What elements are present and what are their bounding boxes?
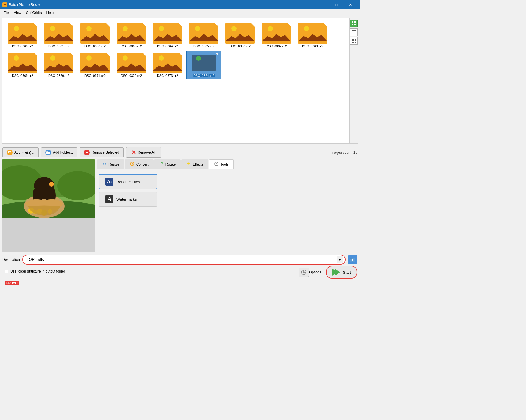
file-grid: DSC_0360.cr2 DSC_0361.cr2	[2, 18, 349, 143]
file-item[interactable]: DSC_0371.cr2	[77, 51, 113, 79]
svg-rect-23	[46, 151, 48, 152]
tab-effects[interactable]: Effects	[181, 159, 208, 169]
folder-structure-label: Use folder structure in output folder	[10, 269, 65, 273]
add-files-button[interactable]: Add File(s)...	[2, 147, 39, 157]
minimize-button[interactable]: ─	[316, 0, 329, 9]
file-item[interactable]: DSC_0372.cr2	[114, 51, 149, 79]
file-item[interactable]: DSC_0370.cr2	[41, 51, 76, 79]
rotate-tab-icon	[159, 162, 164, 167]
promo-row: PROMO	[0, 281, 360, 286]
file-item[interactable]: DSC_0363.cr2	[114, 21, 149, 50]
file-icon	[80, 53, 110, 73]
tools-tab-icon	[214, 162, 219, 167]
svg-rect-16	[355, 40, 356, 41]
destination-bar: Destination ▼	[0, 252, 360, 266]
file-icon	[117, 53, 146, 73]
file-thumbnail	[117, 23, 146, 44]
remove-all-icon: ✕	[132, 149, 136, 156]
file-item[interactable]: DSC_0362.cr2	[77, 21, 113, 50]
tab-tools[interactable]: Tools	[209, 159, 234, 169]
file-thumbnail	[225, 23, 255, 44]
close-button[interactable]: ✕	[344, 0, 357, 9]
options-button[interactable]	[299, 268, 309, 277]
file-label: DSC_0363.cr2	[121, 44, 142, 48]
file-thumbnail	[262, 23, 291, 44]
options-row: Use folder structure in output folder Op…	[0, 266, 360, 281]
file-thumbnail	[80, 23, 110, 44]
list-view-button[interactable]	[350, 28, 358, 36]
tools-content: A3 Rename Files A Watermarks	[97, 172, 358, 211]
menu-file[interactable]: File	[1, 10, 11, 15]
svg-rect-9	[352, 33, 356, 33]
view-sidebar	[349, 18, 358, 143]
thumbnail-view-button[interactable]	[350, 20, 358, 27]
grid-view-button[interactable]	[350, 37, 358, 45]
file-icon	[80, 23, 110, 44]
file-icon	[262, 23, 291, 44]
remove-selected-button[interactable]: Remove Selected	[80, 147, 124, 157]
start-btn-wrap: Options Start	[299, 266, 357, 279]
watermarks-button[interactable]: A Watermarks	[99, 192, 157, 207]
images-count: Images count: 15	[330, 150, 357, 155]
svg-rect-15	[353, 40, 354, 41]
svg-rect-45	[350, 258, 352, 259]
svg-point-43	[216, 163, 217, 164]
tab-resize[interactable]: Resize	[97, 159, 124, 169]
file-thumbnail	[44, 23, 73, 44]
file-item[interactable]: DSC_0360.cr2	[5, 21, 40, 50]
file-label: DSC_0362.cr2	[84, 44, 106, 48]
window-controls: ─ □ ✕	[316, 0, 357, 9]
file-item[interactable]: DSC_0365.cr2	[186, 21, 221, 50]
file-label: DSC_0360.cr2	[12, 44, 33, 48]
svg-rect-18	[353, 42, 354, 43]
options-label: Options	[309, 270, 321, 274]
file-item[interactable]: DSC_0367.cr2	[259, 21, 294, 50]
file-item[interactable]: DSC_0369.cr2	[5, 51, 40, 79]
add-folder-button[interactable]: Add Folder...	[41, 147, 77, 157]
resize-tab-icon	[102, 162, 107, 167]
menu-help[interactable]: Help	[44, 10, 56, 15]
start-button[interactable]: Start	[326, 266, 357, 279]
file-item[interactable]: DSC_0373.cr2	[150, 51, 185, 79]
svg-rect-17	[352, 42, 353, 43]
effects-tab-icon	[186, 162, 191, 167]
destination-dropdown[interactable]: ▼	[337, 256, 343, 263]
remove-all-button[interactable]: ✕ Remove All	[126, 147, 161, 158]
title-bar: Batch Picture Resizer ─ □ ✕	[0, 0, 360, 9]
tab-convert[interactable]: Convert	[125, 159, 154, 169]
svg-rect-6	[354, 24, 356, 25]
file-thumbnail	[80, 53, 110, 73]
file-label: DSC_0365.cr2	[193, 44, 214, 48]
bottom-section: Resize Convert	[0, 159, 360, 286]
file-thumbnail	[298, 23, 327, 44]
file-thumbnail	[153, 23, 182, 44]
destination-input[interactable]	[25, 256, 337, 263]
maximize-button[interactable]: □	[330, 0, 343, 9]
menu-view[interactable]: View	[11, 10, 24, 15]
menu-softorbits[interactable]: SoftOrbits	[24, 10, 44, 15]
file-icon	[44, 23, 73, 44]
file-item[interactable]: DSC_0361.cr2	[41, 21, 76, 50]
file-item[interactable]: DSC_0364.cr2	[150, 21, 185, 50]
rename-files-button[interactable]: A3 Rename Files	[99, 174, 157, 189]
file-thumbnail	[8, 53, 37, 73]
svg-rect-19	[355, 42, 356, 43]
file-label: DSC_0371.cr2	[84, 74, 106, 77]
folder-structure-checkbox[interactable]	[5, 270, 8, 273]
file-label: DSC_0368.cr2	[302, 44, 323, 48]
file-item[interactable]: DSC_0374.cr2	[186, 51, 221, 79]
file-thumbnail	[8, 23, 37, 44]
file-icon	[153, 23, 182, 44]
svg-rect-12	[353, 39, 354, 40]
file-label: DSC_0361.cr2	[48, 44, 69, 48]
tabs-panel: Resize Convert	[97, 159, 358, 252]
svg-point-2	[4, 4, 4, 5]
file-icon	[8, 23, 37, 44]
destination-folder-button[interactable]	[348, 255, 357, 264]
file-item[interactable]: DSC_0366.cr2	[223, 21, 258, 50]
svg-rect-13	[355, 39, 356, 40]
file-item[interactable]: DSC_0368.cr2	[295, 21, 330, 50]
tab-rotate[interactable]: Rotate	[154, 159, 181, 169]
svg-rect-11	[352, 39, 353, 40]
file-icon	[117, 23, 146, 44]
